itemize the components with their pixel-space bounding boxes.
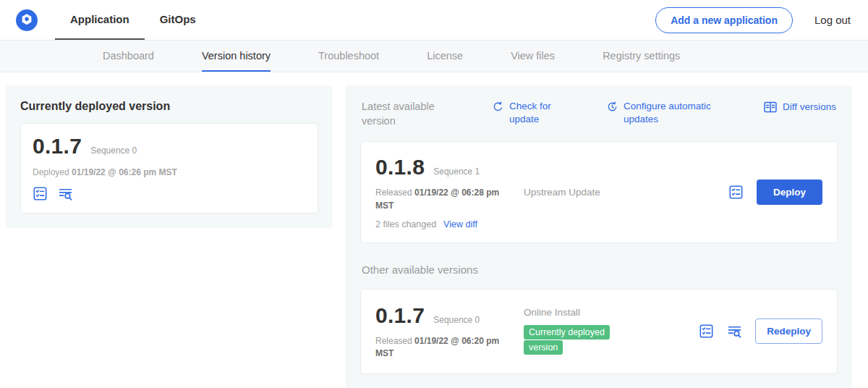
tab-gitops[interactable]: GitOps: [145, 0, 211, 40]
currently-deployed-badge: Currently deployed version: [524, 325, 610, 355]
released-label: Released: [375, 336, 412, 346]
deploy-button[interactable]: Deploy: [757, 180, 822, 205]
preflight-checks-icon[interactable]: [699, 324, 714, 339]
diff-versions-icon: [763, 100, 778, 114]
check-for-update-label: Check for update: [509, 100, 558, 125]
subnav-item-registry-settings[interactable]: Registry settings: [603, 41, 680, 72]
release-notes-icon[interactable]: [58, 186, 73, 201]
logout-link[interactable]: Log out: [814, 0, 851, 40]
subnav-item-dashboard[interactable]: Dashboard: [103, 41, 154, 72]
refresh-icon: [492, 101, 504, 113]
auto-update-clock-icon: [606, 101, 618, 113]
main-content: Currently deployed version 0.1.7 Sequenc…: [0, 72, 868, 388]
latest-sequence-label: Sequence 1: [433, 166, 480, 177]
app-logo-icon: [16, 9, 38, 31]
currently-deployed-panel: Currently deployed version 0.1.7 Sequenc…: [6, 85, 333, 228]
latest-version-card: 0.1.8 Sequence 1 Released 01/19/22 @ 06:…: [360, 141, 838, 243]
release-notes-icon[interactable]: [727, 324, 742, 339]
currently-deployed-title: Currently deployed version: [20, 100, 318, 113]
subnav-item-troubleshoot[interactable]: Troubleshoot: [318, 41, 379, 72]
other-sequence-label: Sequence 0: [433, 315, 480, 325]
deployed-timestamp: Deployed 01/19/22 @ 06:26 pm MST: [33, 167, 306, 177]
deployed-label: Deployed: [33, 167, 69, 177]
other-version-number: 0.1.7: [375, 303, 425, 328]
check-for-update-button[interactable]: Check for update: [492, 100, 558, 125]
subnav-item-view-files[interactable]: View files: [511, 41, 555, 72]
latest-version-number: 0.1.8: [375, 155, 425, 180]
deployed-version-card: 0.1.7 Sequence 0 Deployed 01/19/22 @ 06:…: [20, 123, 318, 214]
app-logo[interactable]: [16, 0, 38, 40]
released-label: Released: [375, 187, 412, 198]
redeploy-button[interactable]: Redeploy: [755, 319, 822, 344]
version-history-panel: Latest available version Check for updat…: [346, 85, 852, 388]
latest-version-source: Upstream Update: [524, 187, 721, 198]
other-version-card: 0.1.7 Sequence 0 Released 01/19/22 @ 06:…: [360, 289, 838, 374]
other-version-source: Online Install: [524, 307, 692, 318]
top-header: Application GitOps Add a new application…: [0, 0, 868, 41]
add-new-application-button[interactable]: Add a new application: [655, 7, 793, 33]
preflight-checks-icon[interactable]: [728, 185, 744, 200]
view-diff-link[interactable]: View diff: [443, 219, 477, 229]
configure-automatic-updates-label: Configure automatic updates: [624, 100, 728, 125]
tab-application[interactable]: Application: [55, 0, 145, 40]
other-available-versions-title: Other available versions: [360, 263, 838, 276]
app-subnav: Dashboard Version history Troubleshoot L…: [0, 41, 868, 72]
header-spacer: [211, 0, 655, 40]
latest-available-title: Latest available version: [362, 100, 457, 128]
subnav-item-license[interactable]: License: [427, 41, 463, 72]
diff-versions-label: Diff versions: [783, 101, 836, 114]
deployed-version-number: 0.1.7: [33, 134, 82, 159]
other-released-timestamp: Released 01/19/22 @ 06:20 pm MST: [375, 335, 506, 360]
deployed-sequence-label: Sequence 0: [90, 146, 137, 156]
deployed-date: 01/19/22 @ 06:26 pm MST: [72, 167, 177, 177]
files-changed-label: 2 files changed: [375, 219, 436, 229]
subnav-item-version-history[interactable]: Version history: [202, 41, 271, 72]
configure-automatic-updates-button[interactable]: Configure automatic updates: [606, 100, 728, 125]
preflight-checks-icon[interactable]: [33, 186, 48, 201]
diff-versions-button[interactable]: Diff versions: [763, 100, 836, 114]
latest-released-timestamp: Released 01/19/22 @ 06:28 pm MST: [375, 187, 506, 212]
